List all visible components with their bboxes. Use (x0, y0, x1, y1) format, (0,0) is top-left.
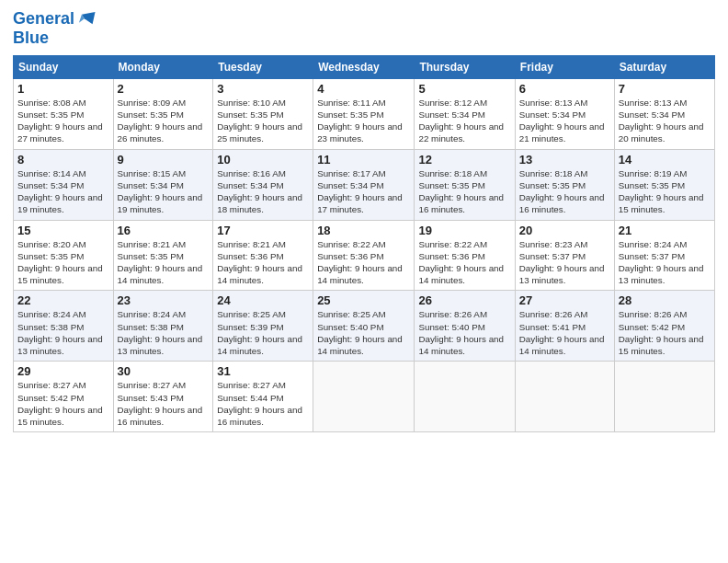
calendar-day-cell: 24Sunrise: 8:25 AMSunset: 5:39 PMDayligh… (213, 291, 313, 362)
calendar-day-cell: 11Sunrise: 8:17 AMSunset: 5:34 PMDayligh… (313, 149, 415, 220)
day-number: 22 (17, 293, 109, 307)
page-container: General Blue Sunday (0, 0, 728, 440)
calendar-week-row: 15Sunrise: 8:20 AMSunset: 5:35 PMDayligh… (14, 220, 715, 291)
calendar-day-cell: 9Sunrise: 8:15 AMSunset: 5:34 PMDaylight… (113, 149, 213, 220)
day-number: 24 (217, 293, 309, 307)
day-info: Sunrise: 8:26 AMSunset: 5:42 PMDaylight:… (619, 308, 711, 357)
calendar-week-row: 29Sunrise: 8:27 AMSunset: 5:42 PMDayligh… (14, 362, 715, 432)
day-number: 13 (519, 153, 610, 167)
day-number: 9 (118, 153, 210, 167)
calendar-day-cell: 3Sunrise: 8:10 AMSunset: 5:35 PMDaylight… (213, 78, 313, 149)
calendar-week-row: 22Sunrise: 8:24 AMSunset: 5:38 PMDayligh… (14, 291, 715, 362)
day-number: 15 (17, 224, 109, 237)
day-number: 18 (317, 224, 410, 237)
day-info: Sunrise: 8:12 AMSunset: 5:34 PMDaylight:… (418, 97, 510, 145)
day-info: Sunrise: 8:09 AMSunset: 5:35 PMDaylight:… (118, 97, 210, 145)
day-number: 29 (17, 364, 109, 378)
calendar-day-cell: 16Sunrise: 8:21 AMSunset: 5:35 PMDayligh… (113, 220, 213, 291)
logo: General Blue (13, 9, 97, 48)
calendar-day-cell: 23Sunrise: 8:24 AMSunset: 5:38 PMDayligh… (113, 291, 213, 362)
calendar-day-cell: 14Sunrise: 8:19 AMSunset: 5:35 PMDayligh… (614, 149, 714, 220)
day-info: Sunrise: 8:26 AMSunset: 5:40 PMDaylight:… (418, 308, 510, 357)
day-info: Sunrise: 8:22 AMSunset: 5:36 PMDaylight:… (317, 238, 410, 287)
calendar-day-cell: 13Sunrise: 8:18 AMSunset: 5:35 PMDayligh… (515, 149, 614, 220)
day-info: Sunrise: 8:27 AMSunset: 5:44 PMDaylight:… (217, 379, 309, 428)
calendar-day-cell (415, 362, 515, 432)
day-info: Sunrise: 8:27 AMSunset: 5:43 PMDaylight:… (118, 379, 210, 428)
calendar-day-cell: 25Sunrise: 8:25 AMSunset: 5:40 PMDayligh… (313, 291, 415, 362)
logo-text2: Blue (13, 29, 49, 48)
calendar-day-cell: 4Sunrise: 8:11 AMSunset: 5:35 PMDaylight… (313, 78, 415, 149)
day-info: Sunrise: 8:08 AMSunset: 5:35 PMDaylight:… (17, 97, 109, 145)
calendar-day-cell: 15Sunrise: 8:20 AMSunset: 5:35 PMDayligh… (14, 220, 114, 291)
day-number: 19 (418, 224, 510, 237)
day-number: 12 (418, 153, 510, 167)
day-number: 5 (418, 82, 510, 96)
calendar-day-cell: 18Sunrise: 8:22 AMSunset: 5:36 PMDayligh… (313, 220, 415, 291)
day-number: 21 (619, 224, 711, 237)
day-number: 28 (619, 293, 711, 307)
calendar-week-row: 8Sunrise: 8:14 AMSunset: 5:34 PMDaylight… (14, 149, 715, 220)
day-info: Sunrise: 8:13 AMSunset: 5:34 PMDaylight:… (519, 97, 610, 145)
weekday-header-thursday: Thursday (415, 55, 515, 78)
day-number: 10 (217, 153, 309, 167)
day-number: 11 (317, 153, 410, 167)
weekday-header-wednesday: Wednesday (313, 55, 415, 78)
day-info: Sunrise: 8:17 AMSunset: 5:34 PMDaylight:… (317, 167, 410, 216)
day-info: Sunrise: 8:27 AMSunset: 5:42 PMDaylight:… (17, 379, 109, 428)
day-number: 20 (519, 224, 610, 237)
day-number: 31 (217, 364, 309, 378)
calendar-day-cell: 30Sunrise: 8:27 AMSunset: 5:43 PMDayligh… (113, 362, 213, 432)
calendar-day-cell: 12Sunrise: 8:18 AMSunset: 5:35 PMDayligh… (415, 149, 515, 220)
calendar-day-cell: 19Sunrise: 8:22 AMSunset: 5:36 PMDayligh… (415, 220, 515, 291)
day-number: 16 (118, 224, 210, 237)
weekday-header-friday: Friday (515, 55, 614, 78)
day-number: 1 (17, 82, 109, 96)
day-number: 7 (619, 82, 711, 96)
logo-icon (76, 9, 97, 29)
calendar-day-cell (313, 362, 415, 432)
day-number: 4 (317, 82, 410, 96)
day-info: Sunrise: 8:19 AMSunset: 5:35 PMDaylight:… (619, 167, 711, 216)
day-info: Sunrise: 8:24 AMSunset: 5:38 PMDaylight:… (118, 308, 210, 357)
logo-text: General (13, 10, 74, 29)
day-number: 8 (17, 153, 109, 167)
calendar-week-row: 1Sunrise: 8:08 AMSunset: 5:35 PMDaylight… (14, 78, 715, 149)
day-number: 23 (118, 293, 210, 307)
day-number: 14 (619, 153, 711, 167)
day-info: Sunrise: 8:20 AMSunset: 5:35 PMDaylight:… (17, 238, 109, 287)
day-number: 26 (418, 293, 510, 307)
weekday-header-sunday: Sunday (14, 55, 114, 78)
day-info: Sunrise: 8:24 AMSunset: 5:37 PMDaylight:… (619, 238, 711, 287)
weekday-header-tuesday: Tuesday (213, 55, 313, 78)
calendar-day-cell: 28Sunrise: 8:26 AMSunset: 5:42 PMDayligh… (614, 291, 714, 362)
calendar-header-row: SundayMondayTuesdayWednesdayThursdayFrid… (14, 55, 715, 78)
calendar-day-cell: 10Sunrise: 8:16 AMSunset: 5:34 PMDayligh… (213, 149, 313, 220)
day-info: Sunrise: 8:18 AMSunset: 5:35 PMDaylight:… (519, 167, 610, 216)
calendar-day-cell: 5Sunrise: 8:12 AMSunset: 5:34 PMDaylight… (415, 78, 515, 149)
calendar-day-cell: 2Sunrise: 8:09 AMSunset: 5:35 PMDaylight… (113, 78, 213, 149)
calendar-day-cell: 26Sunrise: 8:26 AMSunset: 5:40 PMDayligh… (415, 291, 515, 362)
day-info: Sunrise: 8:18 AMSunset: 5:35 PMDaylight:… (418, 167, 510, 216)
calendar-day-cell: 1Sunrise: 8:08 AMSunset: 5:35 PMDaylight… (14, 78, 114, 149)
day-number: 30 (118, 364, 210, 378)
calendar-day-cell: 22Sunrise: 8:24 AMSunset: 5:38 PMDayligh… (14, 291, 114, 362)
day-info: Sunrise: 8:21 AMSunset: 5:35 PMDaylight:… (118, 238, 210, 287)
day-info: Sunrise: 8:22 AMSunset: 5:36 PMDaylight:… (418, 238, 510, 287)
day-info: Sunrise: 8:25 AMSunset: 5:40 PMDaylight:… (317, 308, 410, 357)
calendar-day-cell: 31Sunrise: 8:27 AMSunset: 5:44 PMDayligh… (213, 362, 313, 432)
page-header: General Blue (13, 9, 715, 48)
calendar-table: SundayMondayTuesdayWednesdayThursdayFrid… (13, 55, 715, 432)
day-info: Sunrise: 8:15 AMSunset: 5:34 PMDaylight:… (118, 167, 210, 216)
day-number: 2 (118, 82, 210, 96)
day-info: Sunrise: 8:16 AMSunset: 5:34 PMDaylight:… (217, 167, 309, 216)
calendar-day-cell: 27Sunrise: 8:26 AMSunset: 5:41 PMDayligh… (515, 291, 614, 362)
calendar-day-cell: 7Sunrise: 8:13 AMSunset: 5:34 PMDaylight… (614, 78, 714, 149)
day-info: Sunrise: 8:25 AMSunset: 5:39 PMDaylight:… (217, 308, 309, 357)
day-info: Sunrise: 8:11 AMSunset: 5:35 PMDaylight:… (317, 97, 410, 145)
calendar-day-cell: 17Sunrise: 8:21 AMSunset: 5:36 PMDayligh… (213, 220, 313, 291)
day-number: 3 (217, 82, 309, 96)
calendar-day-cell (614, 362, 714, 432)
day-number: 6 (519, 82, 610, 96)
calendar-day-cell: 20Sunrise: 8:23 AMSunset: 5:37 PMDayligh… (515, 220, 614, 291)
